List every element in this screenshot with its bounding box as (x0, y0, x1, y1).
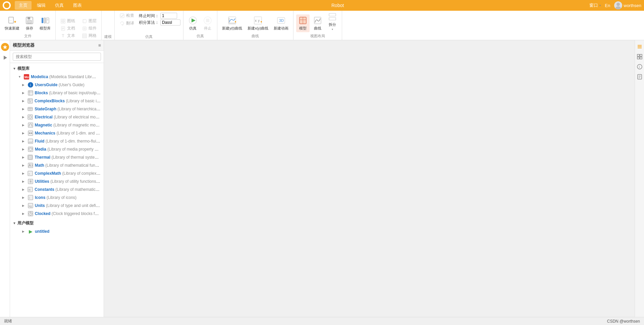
app-title: Robot (87, 3, 588, 8)
icons-text: Icons (Library of icons) (35, 195, 76, 200)
split-view-button[interactable]: 拆分 ▾ (326, 11, 339, 32)
btn-grid[interactable]: 图纸 (58, 17, 77, 24)
quick-new-label: 快速新建 (5, 26, 19, 31)
untitled-play-icon: ▶ (28, 228, 34, 234)
save-icon (25, 16, 34, 25)
menu-item-simulate[interactable]: 仿真 (51, 1, 68, 10)
right-icon-doc[interactable] (636, 73, 643, 80)
model-lib-button[interactable]: 模型库 (38, 14, 53, 32)
btn-mesh[interactable]: 网格 (80, 32, 99, 39)
list-item[interactable]: ▶ × ComplexMath (Library of complex m... (10, 169, 104, 177)
left-icon-play[interactable] (1, 54, 9, 62)
toolbar-view-section: 模型 曲线 拆分 ▾ 视图布局 (293, 11, 342, 40)
modelica-toggle: ▼ (18, 75, 22, 78)
list-item[interactable]: ▶ Utilities (Library of utility function… (10, 177, 104, 185)
btn-check[interactable]: 检查 (117, 12, 136, 19)
right-icon-list[interactable] (636, 43, 643, 50)
simulate-settings-label: 仿真 (117, 34, 180, 40)
window-menu[interactable]: 窗口 ▾ (589, 2, 601, 8)
sim-start-icon (188, 16, 198, 25)
svg-rect-10 (44, 18, 46, 23)
list-item[interactable]: ▶ Mechanics (Library of 1-dim. and 3-... (10, 129, 104, 137)
toolbar-curve-section: 新建y(t)曲线 xy 新建x(y)曲线 3D 新建动画 曲线 (217, 11, 293, 40)
lang-switcher[interactable]: En (605, 3, 610, 8)
menu-item-home[interactable]: 主页 (15, 1, 32, 10)
btn-text[interactable]: T 文本 (58, 32, 77, 39)
list-item[interactable]: ▶ Fluid (Library of 1-dim. thermo-fluid … (10, 137, 104, 145)
sim-start-button[interactable]: 仿真 (186, 14, 200, 32)
usersguide-text: UsersGuide (User's Guide) (35, 83, 85, 87)
svg-text:π: π (29, 188, 31, 192)
stop-time-input[interactable] (160, 13, 177, 19)
svg-rect-22 (83, 19, 86, 23)
btn-component[interactable]: 组件 (80, 25, 99, 32)
list-item[interactable]: ▶ Math (Library of mathematical functi..… (10, 161, 104, 169)
list-item[interactable]: ▶ Media (Library of media property m... (10, 145, 104, 153)
svg-rect-35 (206, 19, 209, 22)
units-icon: kg (28, 203, 34, 209)
menu-item-chart[interactable]: 图表 (69, 1, 86, 10)
right-icon-info[interactable]: i (636, 63, 643, 70)
curve-view-button[interactable]: 曲线 (311, 14, 324, 32)
right-icon-grid[interactable] (636, 53, 643, 60)
list-item[interactable]: ▶ C ComplexBlocks (Library of basic inpu… (10, 97, 104, 105)
list-item[interactable]: ▶ i UsersGuide (User's Guide) (10, 81, 104, 89)
modelica-lib-item[interactable]: ▼ Mo Modelica (Modelica Standard Library… (10, 73, 104, 81)
list-item[interactable]: ▶ Blocks (Library of basic input/output.… (10, 89, 104, 97)
btn-conn[interactable]: 图层 (80, 17, 99, 24)
list-item[interactable]: ▶ Thermal (Library of thermal system c..… (10, 153, 104, 161)
svg-rect-11 (46, 18, 49, 23)
new-xy-button[interactable]: xy 新建x(y)曲线 (246, 14, 270, 32)
media-text: Media (Library of media property m... (35, 147, 101, 152)
new-yt-button[interactable]: 新建y(t)曲线 (220, 14, 244, 32)
svg-rect-100 (637, 57, 639, 59)
check-icon (119, 13, 125, 18)
search-input[interactable] (13, 53, 101, 61)
method-input[interactable] (160, 19, 180, 25)
user-model-header[interactable]: ▼ 用户模型 (10, 219, 104, 227)
svg-text:y: y (258, 19, 260, 22)
btn-translate-label: 翻译 (126, 20, 134, 26)
list-item[interactable]: ▶ Electrical (Library of electrical mode… (10, 113, 104, 121)
menu-item-edit[interactable]: 编辑 (33, 1, 50, 10)
new-xy-icon: xy (253, 16, 263, 25)
complexblocks-text: ComplexBlocks (Library of basic inpu... (35, 99, 101, 103)
fluid-icon (28, 138, 34, 144)
left-icon-star[interactable] (1, 43, 9, 51)
list-item[interactable]: ▶ π Constants (Library of mathematical c… (10, 185, 104, 194)
list-item[interactable]: ▶ StateGraph (Library of hierarchical st… (10, 105, 104, 113)
media-icon (28, 146, 34, 152)
btn-component-label: 组件 (89, 25, 97, 31)
list-item[interactable]: ▶ kg Units (Library of type and unit def… (10, 202, 104, 210)
sim-stop-button[interactable]: 停止 (201, 14, 214, 32)
toolbar-simulate-settings: 检查 翻译 终止时间： 积分算法： 仿真 (115, 11, 183, 40)
list-item[interactable]: ▶ Clocked (Clock triggered blocks for ..… (10, 210, 104, 218)
blocks-toggle: ▶ (22, 91, 26, 95)
clocked-icon (28, 211, 34, 217)
status-left: 就绪 (4, 318, 12, 324)
list-item[interactable]: ▶ ▶ untitled (10, 227, 104, 235)
list-item[interactable]: ▶ i Icons (Library of icons) (10, 194, 104, 202)
model-lib-label: 模型库 (40, 26, 51, 31)
stop-time-label: 终止时间： (139, 13, 159, 19)
stategraph-icon (27, 106, 33, 112)
user-profile[interactable]: worthsen (614, 1, 641, 9)
btn-doc[interactable]: 文档 (58, 25, 77, 32)
svg-marker-54 (3, 45, 7, 49)
svg-rect-58 (28, 91, 33, 95)
list-item[interactable]: ▶ Magnetic (Library of magnetic mode... (10, 121, 104, 129)
model-view-button[interactable]: 模型 (296, 14, 310, 32)
component-icon (82, 26, 87, 31)
svg-text:i: i (639, 65, 640, 69)
browser-menu-icon[interactable]: ≡ (98, 43, 101, 48)
btn-conn-label: 图层 (89, 18, 97, 24)
new-anim-button[interactable]: 3D 新建动画 (272, 14, 290, 32)
quick-new-button[interactable]: --- 快速新建 (3, 14, 21, 32)
magnetic-icon (28, 122, 34, 128)
btn-translate[interactable]: 翻译 (117, 20, 136, 27)
save-button[interactable]: 保存 (23, 14, 36, 32)
svg-rect-25 (84, 28, 86, 30)
svg-text:3D: 3D (279, 18, 284, 22)
units-text: Units (Library of type and unit defini..… (35, 203, 101, 208)
model-lib-header[interactable]: ▼ 模型库 (10, 64, 104, 73)
